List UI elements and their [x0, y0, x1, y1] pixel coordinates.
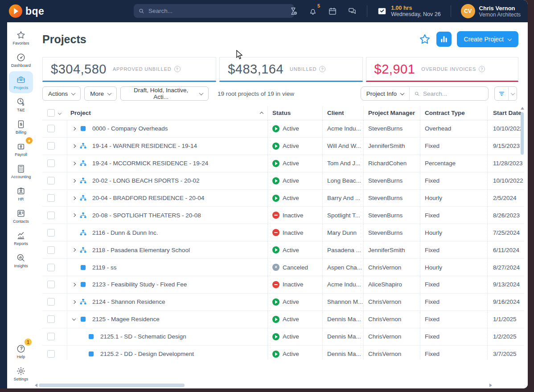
search-field-selector[interactable]: Project Info — [361, 87, 410, 100]
expand-row-chevron[interactable] — [71, 214, 77, 216]
sidebar-item-settings[interactable]: Settings — [9, 363, 33, 384]
sidebar-item-billing[interactable]: $Billing — [9, 116, 33, 138]
vertical-scrollbar[interactable] — [521, 107, 524, 155]
project-name[interactable]: 2125 - Magee Residence — [92, 316, 160, 323]
actions-dropdown[interactable]: Actions — [42, 86, 81, 101]
project-name[interactable]: 20-04 - BRADFORD RESIDENCE - 20-04 — [92, 195, 204, 201]
project-row-20-08-spotlight-theaters-20-08[interactable]: 20-08 - SPOTLIGHT THEATERS - 20-08Inacti… — [42, 207, 524, 224]
row-checkbox[interactable] — [47, 142, 55, 150]
sort-ascending-icon[interactable] — [260, 110, 263, 116]
kpi-overdue-invoices[interactable]: $2,901 OVERDUE INVOICES? — [366, 57, 518, 82]
row-checkbox[interactable] — [47, 194, 55, 202]
collapse-row-chevron[interactable] — [71, 318, 77, 321]
row-checkbox[interactable] — [47, 246, 55, 254]
expand-row-chevron[interactable] — [71, 127, 77, 130]
column-header-project[interactable]: Project — [70, 110, 91, 116]
row-checkbox[interactable] — [47, 281, 55, 288]
time-summary[interactable]: 1.00 hrs Wednesday, Nov 26 — [377, 5, 440, 17]
help-circle-icon[interactable]: ? — [174, 66, 181, 72]
project-row-2123-feasibility-study-fixed-fee[interactable]: 2123 - Feasibility Study - Fixed FeeInac… — [42, 276, 524, 294]
project-name[interactable]: 20-02 - LONG BEACH SPORTS - 20-02 — [92, 177, 200, 184]
sidebar-item-t-e[interactable]: $T&E — [9, 94, 33, 115]
scroll-up-arrow[interactable] — [521, 107, 524, 110]
expand-row-chevron[interactable] — [71, 180, 77, 182]
row-checkbox[interactable] — [47, 298, 55, 306]
row-checkbox[interactable] — [47, 125, 55, 132]
project-name[interactable]: 2119 - ss — [92, 264, 117, 271]
select-dropdown-chevron[interactable] — [58, 110, 61, 116]
filter-icon[interactable] — [495, 87, 508, 100]
chat-icon[interactable] — [347, 6, 357, 16]
project-name[interactable]: 2125.1 - SD - Schematic Design — [100, 333, 186, 340]
project-row-2125-magee-residence[interactable]: 2125 - Magee ResidenceActiveDennis Ma...… — [42, 311, 524, 328]
expand-row-chevron[interactable] — [71, 162, 77, 165]
sidebar-item-favorites[interactable]: Favorites — [9, 27, 33, 49]
row-checkbox[interactable] — [47, 177, 55, 184]
project-row-19-24-mccormick-residence-19-24[interactable]: 19-24 - MCCORMICK RESIDENCE - 19-24Activ… — [42, 155, 524, 172]
more-dropdown[interactable]: More — [84, 86, 117, 101]
bqe-logo[interactable]: bqe — [9, 4, 44, 18]
horizontal-scroll-thumb[interactable] — [39, 384, 185, 387]
project-name[interactable]: 2116 - Dunn & Dunn Inc. — [92, 229, 158, 236]
column-header-start-date[interactable]: Start Date — [493, 110, 522, 116]
sidebar-item-contacts[interactable]: Contacts — [9, 205, 33, 227]
project-row-2119-ss[interactable]: 2119 - ss×CanceledAspen Cha...ChrisVerno… — [42, 259, 524, 276]
notifications-bell-icon[interactable]: 5 — [308, 6, 318, 16]
expand-row-chevron[interactable] — [71, 197, 77, 200]
row-checkbox[interactable] — [47, 159, 55, 167]
project-row-2118-pasadena-elementary-school[interactable]: 2118 - Pasadena Elementary SchoolActiveP… — [42, 241, 524, 259]
expand-row-chevron[interactable] — [71, 145, 77, 147]
help-circle-icon[interactable]: ? — [479, 66, 485, 72]
global-search-input[interactable] — [148, 8, 290, 14]
project-name[interactable]: 19-14 - WARNER RESIDENCE - 19-14 — [92, 143, 197, 149]
project-name[interactable]: 2118 - Pasadena Elementary School — [92, 247, 190, 253]
sidebar-item-insights[interactable]: Insights — [9, 249, 33, 271]
scroll-right-arrow[interactable] — [489, 384, 492, 387]
expand-row-chevron[interactable] — [71, 301, 77, 303]
project-row-2124-shannon-residence[interactable]: 2124 - Shannon ResidenceActiveShannon M.… — [42, 294, 524, 311]
project-row-2116-dunn-dunn-inc-[interactable]: 2116 - Dunn & Dunn Inc.InactiveMary Dunn… — [42, 224, 524, 241]
row-checkbox[interactable] — [47, 315, 55, 323]
row-checkbox[interactable] — [47, 333, 55, 340]
row-checkbox[interactable] — [47, 350, 55, 358]
calendar-icon[interactable] — [328, 6, 337, 16]
project-row-19-14-warner-residence-19-14[interactable]: 19-14 - WARNER RESIDENCE - 19-14ActiveWi… — [42, 138, 524, 155]
project-row-2125-2-dd-design-development[interactable]: 2125.2 - DD - Design DevelopmentActiveDe… — [42, 346, 524, 360]
status-filter-dropdown[interactable]: Draft, Hold, Inactive, Acti... — [120, 86, 209, 101]
analytics-chart-button[interactable] — [436, 32, 452, 47]
project-name[interactable]: 2124 - Shannon Residence — [92, 298, 165, 305]
column-header-project-manager[interactable]: Project Manager — [368, 110, 415, 116]
scroll-left-arrow[interactable] — [35, 384, 37, 387]
table-search-input[interactable] — [423, 90, 484, 97]
project-name[interactable]: 2123 - Feasibility Study - Fixed Fee — [92, 281, 187, 288]
create-project-button[interactable]: Create Project — [457, 31, 518, 47]
horizontal-scrollbar[interactable] — [35, 382, 487, 388]
sidebar-item-dashboard[interactable]: Dashboard — [9, 49, 33, 71]
favorite-star-icon[interactable] — [419, 33, 431, 45]
sidebar-item-accounting[interactable]: Accounting — [9, 160, 33, 182]
vertical-scroll-thumb[interactable] — [521, 112, 524, 155]
row-checkbox[interactable] — [47, 212, 55, 219]
column-header-client[interactable]: Client — [327, 110, 344, 116]
sidebar-item-reports[interactable]: Reports — [9, 227, 33, 249]
kpi-approved-unbilled[interactable]: $304,580 APPROVED UNBILLED? — [42, 57, 216, 82]
column-header-contract-type[interactable]: Contract Type — [425, 110, 465, 116]
sidebar-item-hr[interactable]: HR — [9, 183, 33, 204]
global-search[interactable] — [134, 4, 294, 18]
kpi-unbilled[interactable]: $483,164 UNBILLED? — [219, 57, 362, 82]
project-row-2125-1-sd-schematic-design[interactable]: 2125.1 - SD - Schematic DesignActiveDenn… — [42, 328, 524, 346]
project-name[interactable]: 19-24 - MCCORMICK RESIDENCE - 19-24 — [92, 160, 208, 167]
project-name[interactable]: 2125.2 - DD - Design Development — [100, 351, 194, 357]
project-row-0000-company-overheads[interactable]: 0000 - Company OverheadsActiveAcme Indu.… — [42, 120, 524, 138]
project-row-20-02-long-beach-sports-20-02[interactable]: 20-02 - LONG BEACH SPORTS - 20-02ActiveL… — [42, 172, 524, 190]
row-checkbox[interactable] — [47, 264, 55, 271]
select-all-checkbox[interactable] — [47, 109, 55, 117]
timer-icon[interactable] — [288, 6, 298, 16]
filter-expand-chevron[interactable] — [508, 87, 517, 100]
column-header-status[interactable]: Status — [272, 110, 291, 116]
expand-row-chevron[interactable] — [71, 249, 77, 251]
row-checkbox[interactable] — [47, 229, 55, 237]
user-menu[interactable]: CV Chris Vernon Vernon Architects — [461, 4, 521, 18]
table-search[interactable] — [410, 90, 488, 97]
sidebar-item-help[interactable]: 1?Help — [9, 340, 33, 362]
